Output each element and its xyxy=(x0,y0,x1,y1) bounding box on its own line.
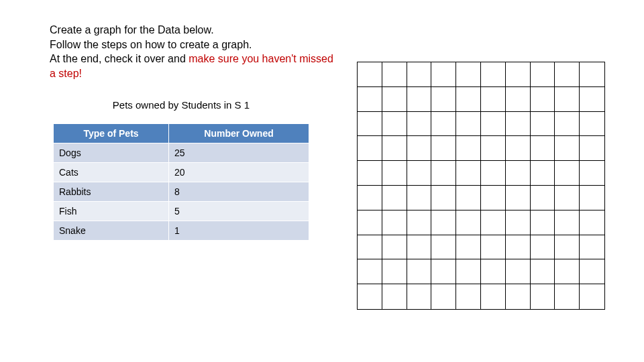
grid-cell xyxy=(431,136,456,161)
grid-cell xyxy=(382,259,407,284)
grid-cell xyxy=(506,136,531,161)
grid-cell xyxy=(555,284,580,309)
grid-cell xyxy=(382,62,407,87)
grid-cell xyxy=(456,136,481,161)
blank-graph-grid xyxy=(357,62,605,310)
table-row: Fish 5 xyxy=(54,202,309,221)
grid-cell xyxy=(456,259,481,284)
grid-cell xyxy=(481,284,506,309)
grid-cell xyxy=(431,259,456,284)
grid-cell xyxy=(407,161,432,186)
grid-cell xyxy=(358,87,382,112)
grid-cell xyxy=(358,284,382,309)
cell-count: 1 xyxy=(169,221,309,241)
grid-cell xyxy=(431,87,456,112)
cell-pet: Snake xyxy=(54,221,169,241)
grid-cell xyxy=(456,210,481,235)
grid-cell xyxy=(580,186,604,210)
cell-count: 5 xyxy=(169,202,309,221)
grid-cell xyxy=(506,161,531,186)
worksheet-slide: Create a graph for the Data below. Follo… xyxy=(0,0,644,362)
grid-cell xyxy=(531,62,555,87)
grid-cell xyxy=(506,210,531,235)
grid-cell xyxy=(382,161,407,186)
grid-cell xyxy=(506,186,531,210)
grid-cell xyxy=(531,87,555,112)
instruction-line-2: Follow the steps on how to create a grap… xyxy=(50,39,252,50)
grid-cell xyxy=(407,136,432,161)
grid-cell xyxy=(506,112,531,137)
pets-data-table: Type of Pets Number Owned Dogs 25 Cats 2… xyxy=(54,124,309,240)
grid-cell xyxy=(481,186,506,210)
grid-cell xyxy=(531,112,555,137)
grid-cell xyxy=(555,136,580,161)
grid-cell xyxy=(555,161,580,186)
grid-cell xyxy=(580,112,604,137)
table-row: Rabbits 8 xyxy=(54,182,309,202)
grid-cell xyxy=(506,259,531,284)
table-caption: Pets owned by Students in S 1 xyxy=(54,99,309,111)
grid-cell xyxy=(358,62,382,87)
grid-cell xyxy=(407,186,432,210)
cell-count: 25 xyxy=(169,143,309,163)
grid-cell xyxy=(431,210,456,235)
grid-cell xyxy=(456,87,481,112)
grid-cell xyxy=(580,259,604,284)
cell-count: 20 xyxy=(169,163,309,182)
grid-cell xyxy=(456,284,481,309)
grid-cell xyxy=(481,87,506,112)
grid-cell xyxy=(382,186,407,210)
grid-cell xyxy=(456,112,481,137)
grid-cell xyxy=(531,259,555,284)
cell-count: 8 xyxy=(169,182,309,202)
grid-cell xyxy=(481,112,506,137)
grid-cell xyxy=(382,87,407,112)
grid-cell xyxy=(456,235,481,260)
grid-cell xyxy=(506,62,531,87)
cell-pet: Fish xyxy=(54,202,169,221)
grid-cell xyxy=(456,62,481,87)
grid-cell xyxy=(358,235,382,260)
grid-cell xyxy=(431,161,456,186)
grid-cell xyxy=(382,284,407,309)
table-header-row: Type of Pets Number Owned xyxy=(54,124,309,143)
grid-cell xyxy=(531,210,555,235)
grid-cell xyxy=(580,235,604,260)
grid-cell xyxy=(555,87,580,112)
grid-cell xyxy=(531,136,555,161)
cell-pet: Dogs xyxy=(54,143,169,163)
grid-cell xyxy=(580,210,604,235)
grid-cell xyxy=(506,284,531,309)
grid-cell xyxy=(382,136,407,161)
instructions-block: Create a graph for the Data below. Follo… xyxy=(50,23,338,80)
grid-cell xyxy=(580,161,604,186)
grid-cell xyxy=(580,87,604,112)
grid-cell xyxy=(407,210,432,235)
grid-cell xyxy=(580,62,604,87)
grid-cells-container xyxy=(358,62,604,309)
grid-cell xyxy=(481,235,506,260)
header-number-owned: Number Owned xyxy=(169,124,309,143)
grid-cell xyxy=(358,136,382,161)
grid-cell xyxy=(407,259,432,284)
grid-cell xyxy=(555,259,580,284)
grid-cell xyxy=(456,186,481,210)
grid-cell xyxy=(456,161,481,186)
grid-cell xyxy=(407,62,432,87)
grid-cell xyxy=(358,161,382,186)
grid-cell xyxy=(358,112,382,137)
grid-cell xyxy=(382,112,407,137)
grid-cell xyxy=(531,186,555,210)
grid-cell xyxy=(431,62,456,87)
cell-pet: Rabbits xyxy=(54,182,169,202)
grid-cell xyxy=(481,210,506,235)
grid-cell xyxy=(431,112,456,137)
instruction-line-3a: At the end, check it over and xyxy=(50,53,189,64)
grid-cell xyxy=(555,112,580,137)
grid-cell xyxy=(481,62,506,87)
grid-cell xyxy=(431,284,456,309)
cell-pet: Cats xyxy=(54,163,169,182)
instruction-line-1: Create a graph for the Data below. xyxy=(50,24,214,36)
grid-cell xyxy=(580,136,604,161)
grid-cell xyxy=(407,235,432,260)
